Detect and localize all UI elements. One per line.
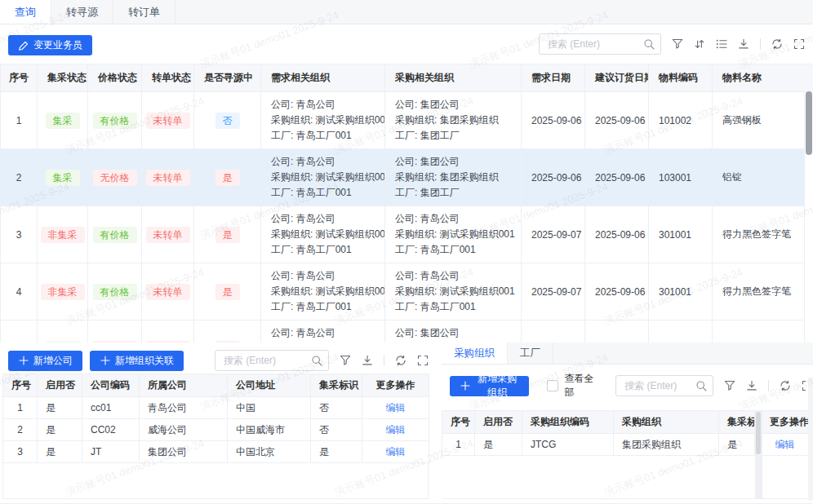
download-icon[interactable] [746, 380, 757, 391]
list-icon[interactable] [716, 38, 727, 50]
sort-icon[interactable] [694, 38, 705, 50]
search-icon[interactable] [311, 355, 322, 366]
add-org-link-button[interactable]: 新增组织关联 [90, 351, 184, 371]
main-search-input[interactable] [540, 34, 660, 54]
refresh-icon[interactable] [395, 355, 406, 366]
company-table: 序号启用否公司编码所属公司公司地址集采标识更多操作1是cc01青岛公司中国否编辑… [2, 374, 429, 463]
status-badge: 未转单 [146, 227, 190, 243]
table-cell: 2025-09-06 [522, 92, 585, 149]
demand-table-row[interactable]: 1集采有价格未转单否公司: 青岛公司采购组织: 测试采购组织001工厂: 青岛工… [1, 92, 805, 149]
demand-table-row[interactable]: 3非集采有价格未转单是公司: 青岛公司采购组织: 测试采购组织001工厂: 青岛… [1, 206, 805, 263]
demand-col-header: 物料编码 [649, 64, 713, 92]
edit-link[interactable]: 编辑 [386, 424, 406, 435]
change-salesman-button[interactable]: 变更业务员 [8, 35, 92, 55]
add-org-link-label: 新增组织关联 [115, 354, 174, 368]
demand-table-row[interactable]: 5集采无价格未转单是公司: 青岛公司采购组织: 测试采购组织001工厂: 青岛工… [1, 321, 805, 343]
download-icon[interactable] [362, 355, 373, 366]
table-cell: 101002 [649, 92, 713, 149]
org-cell: 公司: 集团公司采购组织: 集团采购组织工厂: 集团工厂 [385, 92, 522, 149]
refresh-icon[interactable] [780, 380, 791, 391]
top-tab-3[interactable]: 转订单 [113, 0, 175, 24]
purchase-org-table-box: 序号启用否采购组织编码采购组织集采标识更多操作1是JTCG集团采购组织是编辑 [442, 410, 808, 499]
fullscreen-icon[interactable] [417, 355, 429, 366]
filter-icon[interactable] [672, 38, 683, 50]
status-badge: 是 [215, 227, 240, 243]
col-header: 采购组织 [614, 411, 719, 434]
org-cell: 公司: 青岛公司采购组织: 测试采购组织001工厂: 青岛工厂001 [261, 206, 385, 263]
table-cell: 得力黑色签字笔 [713, 263, 805, 321]
view-all-checkbox[interactable] [547, 380, 558, 391]
table-cell: 2025-09-06 [522, 149, 585, 206]
table-row[interactable]: 2是CC02威海公司中国威海市否编辑 [3, 419, 429, 441]
edit-pen-icon [18, 40, 29, 51]
filter-icon[interactable] [724, 380, 735, 391]
top-tab-2[interactable]: 转寻源 [51, 0, 113, 24]
company-search [215, 350, 329, 371]
status-badge: 未转单 [146, 284, 190, 300]
table-cell: 2 [3, 419, 38, 441]
table-cell: CC02 [82, 419, 140, 441]
demand-table-row[interactable]: 4非集采有价格未转单是公司: 青岛公司采购组织: 测试采购组织001工厂: 青岛… [1, 263, 805, 321]
col-header: 采购组织编码 [522, 411, 614, 434]
add-purchase-org-button[interactable]: 新增采购组织 [450, 376, 529, 396]
plus-icon [100, 355, 111, 366]
row-seq: 1 [1, 92, 38, 149]
top-tab-1[interactable]: 查询 [0, 0, 51, 24]
demand-col-header: 建议订货日期 [585, 64, 649, 92]
edit-link[interactable]: 编辑 [386, 446, 406, 458]
table-row[interactable]: 1是cc01青岛公司中国否编辑 [3, 397, 429, 419]
col-header: 集采标识 [311, 374, 362, 397]
table-row[interactable]: 3是JT集团公司中国北京是编辑 [3, 441, 429, 463]
purchase-org-panel: 采购组织工厂 新增采购组织 查看全部 序号启用否采购组织编码采购组织集采标识更多… [442, 343, 813, 504]
plus-icon [18, 355, 29, 366]
search-icon[interactable] [643, 38, 655, 50]
header-corner [804, 64, 813, 92]
purchase-org-table: 序号启用否采购组织编码采购组织集采标识更多操作1是JTCG集团采购组织是编辑 [442, 410, 809, 456]
table-cell: 中国北京 [228, 441, 311, 463]
bottom-tab-2[interactable]: 工厂 [508, 343, 553, 364]
edit-link[interactable]: 编辑 [775, 439, 795, 450]
main-table-scrollbar[interactable] [806, 91, 812, 341]
main-search [539, 33, 661, 55]
search-icon[interactable] [695, 380, 707, 391]
org-cell: 公司: 青岛公司采购组织: 测试采购组织001工厂: 青岛工厂001 [261, 321, 385, 343]
table-cell: 2025-09-06 [585, 263, 649, 321]
fullscreen-icon[interactable] [793, 38, 805, 50]
download-icon[interactable] [738, 38, 749, 50]
status-badge: 未转单 [146, 170, 190, 186]
status-badge: 是 [215, 170, 240, 186]
demand-table-row[interactable]: 2集采无价格未转单是公司: 青岛公司采购组织: 测试采购组织001工厂: 青岛工… [1, 149, 805, 206]
demand-table-wrap: 序号集采状态价格状态转单状态是否寻源中需求相关组织采购相关组织需求日期建议订货日… [0, 64, 813, 343]
status-badge: 有价格 [93, 284, 137, 300]
table-row[interactable]: 1是JTCG集团采购组织是编辑 [442, 434, 809, 456]
table-cell[interactable]: 编辑 [362, 441, 429, 463]
table-cell[interactable]: 编辑 [362, 419, 429, 441]
bottom-tab-1[interactable]: 采购组织 [442, 343, 508, 364]
status-badge: 集采 [46, 170, 80, 186]
purchase-org-scrollbar[interactable] [808, 377, 813, 501]
scroll-strip [755, 434, 762, 456]
col-header: 更多操作 [362, 374, 429, 397]
col-header: 序号 [3, 374, 38, 397]
demand-col-header: 物料名称 [713, 64, 805, 92]
filter-icon[interactable] [340, 355, 351, 366]
org-cell: 公司: 青岛公司采购组织: 测试采购组织001工厂: 青岛工厂001 [261, 92, 385, 149]
table-cell: 1 [442, 434, 475, 456]
status-badge: 是 [215, 284, 240, 300]
table-cell[interactable]: 编辑 [762, 434, 809, 456]
demand-col-header: 转单状态 [142, 64, 194, 92]
company-toolbar: 新增公司 新增组织关联 [0, 343, 442, 374]
purchase-org-toolbar-icons [724, 380, 813, 391]
scrollbar-thumb[interactable] [806, 91, 812, 155]
table-cell: 威海公司 [140, 419, 228, 441]
col-header: 集采标识 [719, 411, 755, 434]
table-cell: 301001 [649, 206, 713, 263]
refresh-icon[interactable] [771, 38, 783, 50]
edit-link[interactable]: 编辑 [386, 402, 406, 413]
table-cell: 3 [3, 441, 38, 463]
add-company-button[interactable]: 新增公司 [8, 351, 82, 371]
table-cell: 是 [38, 397, 82, 419]
purchase-org-toolbar: 新增采购组织 查看全部 [450, 375, 813, 396]
add-company-label: 新增公司 [33, 354, 73, 368]
table-cell[interactable]: 编辑 [362, 397, 429, 419]
